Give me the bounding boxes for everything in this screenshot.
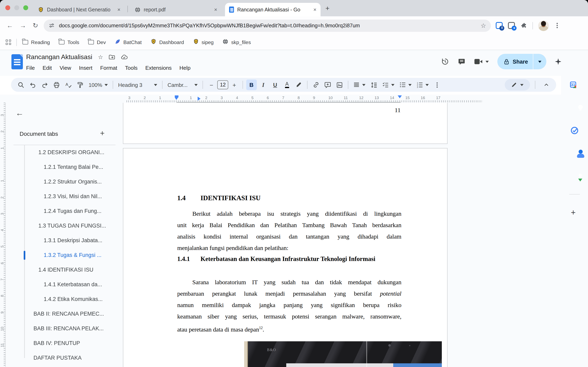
comments-icon[interactable] <box>458 58 466 66</box>
calendar-icon[interactable]: 31 <box>570 82 576 88</box>
gemini-icon[interactable] <box>555 58 562 65</box>
outline-item[interactable]: DAFTAR PUSTAKA <box>0 351 122 365</box>
tab-dashboard[interactable]: Dashboard | Next Generation × <box>34 3 125 16</box>
outline-item[interactable]: 1.4 IDENTIFIKASI ISU <box>0 263 122 277</box>
bulleted-list-select[interactable] <box>399 82 412 88</box>
text-line[interactable]: Berikut adalah beberapa isu strategis ya… <box>177 208 401 219</box>
outline-item[interactable]: 1.4.1 Keterbatasan da... <box>0 277 122 292</box>
paragraph-sarana[interactable]: Sarana laboratorium IT yang sudah tua da… <box>177 276 401 334</box>
increase-font-size-button[interactable]: + <box>229 80 240 90</box>
menu-format[interactable]: Format <box>100 65 117 71</box>
outline-item[interactable]: BAB III: RENCANA PELAK... <box>0 321 122 336</box>
page-previous[interactable]: 11 <box>123 103 448 144</box>
bookmark-item[interactable]: Tools <box>59 39 79 45</box>
forward-button[interactable]: → <box>20 22 26 29</box>
spellcheck-icon[interactable]: A <box>63 80 74 90</box>
text-line[interactable]: Sarana laboratorium IT yang sudah tua da… <box>177 276 401 288</box>
left-margin-marker[interactable] <box>175 95 178 98</box>
outline-item[interactable]: 1.3 TUGAS DAN FUNGSI... <box>0 218 122 233</box>
apps-grid-icon[interactable] <box>6 40 11 45</box>
more-options-icon[interactable] <box>432 80 443 90</box>
outline-item[interactable]: BAB IV: PENUTUP <box>0 336 122 351</box>
highlight-color-icon[interactable] <box>294 80 304 90</box>
text-line[interactable]: menjalankan fungsi pendidikan dan pelati… <box>177 242 401 254</box>
paint-format-icon[interactable] <box>75 80 86 90</box>
outline-item[interactable]: 1.2.1 Tentang Balai Pe... <box>0 160 122 175</box>
heading-1-4-1[interactable]: 1.4.1Keterbatasan dan Keusangan Infrastr… <box>177 255 375 263</box>
outline-item[interactable]: BAB II: RENCANA PEMEC... <box>0 307 122 321</box>
text-line[interactable]: namun memiliki dampak jangka panjang yan… <box>177 299 401 311</box>
editing-mode-select[interactable] <box>505 79 530 91</box>
text-color-button[interactable]: A <box>282 80 292 90</box>
menu-help[interactable]: Help <box>180 65 190 71</box>
reload-button[interactable]: ↻ <box>33 22 38 29</box>
move-folder-icon[interactable] <box>109 54 115 60</box>
close-icon[interactable]: × <box>117 7 121 12</box>
left-margin-triangle[interactable] <box>175 98 178 101</box>
text-line[interactable]: unit kerja Balai Pendidikan dan Pelatiha… <box>177 219 401 231</box>
address-bar[interactable]: docs.google.com/document/d/15ps6vyM2mme3… <box>44 19 491 32</box>
line-spacing-icon[interactable] <box>369 80 379 90</box>
text-line[interactable]: keamanan siber yang serius, termasuk pot… <box>177 311 401 322</box>
get-addons-button[interactable]: + <box>571 208 576 217</box>
numbered-list-select[interactable]: 123 <box>417 82 429 88</box>
bookmark-item[interactable]: Dashboard <box>151 39 184 46</box>
font-size-input[interactable]: 12 <box>217 80 228 89</box>
print-icon[interactable] <box>51 80 62 90</box>
hide-menus-icon[interactable] <box>541 80 552 90</box>
back-button[interactable]: ← <box>7 22 13 29</box>
search-menus-icon[interactable] <box>16 80 26 90</box>
bookmark-item[interactable]: BatChat <box>115 39 142 46</box>
styles-select[interactable]: Heading 3 <box>118 82 157 88</box>
inline-image-laptop[interactable]: B&O <box>244 341 442 367</box>
align-select[interactable] <box>354 82 366 88</box>
text-line[interactable]: analisis kondisi internal organisasi dan… <box>177 231 401 242</box>
menu-file[interactable]: File <box>26 65 35 71</box>
italic-button[interactable]: I <box>258 80 269 90</box>
font-select[interactable]: Cambr... <box>168 82 198 88</box>
menu-extensions[interactable]: Extensions <box>145 65 172 71</box>
text-line[interactable]: pembaruan perangkat lunak menjadi permas… <box>177 288 401 299</box>
menu-insert[interactable]: Insert <box>79 65 93 71</box>
window-zoom-button[interactable] <box>23 5 28 10</box>
decrease-font-size-button[interactable]: − <box>206 80 217 90</box>
menu-tools[interactable]: Tools <box>125 65 138 71</box>
bookmark-item[interactable]: Reading <box>22 39 50 45</box>
insert-image-icon[interactable] <box>334 80 345 90</box>
zoom-select[interactable]: 100% <box>89 82 108 88</box>
version-history-icon[interactable] <box>441 58 449 66</box>
paragraph-identifikasi[interactable]: Berikut adalah beberapa isu strategis ya… <box>177 208 401 254</box>
outline-item[interactable]: 1.2.2 Struktur Organis... <box>0 175 122 189</box>
tab-rancangan-aktualisasi[interactable]: Rancangan Aktualisasi - Goog × <box>225 3 320 16</box>
first-line-indent-marker[interactable] <box>198 97 203 101</box>
menu-view[interactable]: View <box>60 65 71 71</box>
undo-icon[interactable] <box>27 80 38 90</box>
bold-button[interactable]: B <box>246 80 257 90</box>
outline-item[interactable]: 1.2.4 Tugas dan Fung... <box>0 204 122 218</box>
page-current[interactable]: 1.4IDENTIFIKASI ISU Berikut adalah beber… <box>123 148 448 367</box>
close-icon[interactable]: × <box>313 7 316 12</box>
browser-profile-avatar[interactable] <box>538 20 549 31</box>
share-dropdown[interactable] <box>533 54 546 69</box>
site-settings-icon[interactable] <box>49 22 55 29</box>
text-line[interactable]: atau peretasan data di masa depan12. <box>177 322 401 334</box>
right-margin-marker[interactable] <box>398 95 402 100</box>
cloud-status-icon[interactable] <box>121 54 128 60</box>
outline-item[interactable]: 1.4.2 Etika Komunikas... <box>0 292 122 307</box>
checklist-select[interactable] <box>382 82 395 88</box>
tasks-icon[interactable] <box>570 126 579 135</box>
side-panel-icon[interactable]: ★ <box>508 22 515 29</box>
back-arrow-icon[interactable]: ← <box>16 108 24 118</box>
star-icon[interactable]: ☆ <box>98 54 103 60</box>
browser-menu-icon[interactable] <box>557 25 558 26</box>
outline-item[interactable]: 1.3.2 Tugas & Fungsi ... <box>0 248 122 263</box>
window-close-button[interactable] <box>5 5 10 10</box>
bookmark-item[interactable]: Dev <box>88 39 106 45</box>
redo-icon[interactable] <box>39 80 50 90</box>
tab-counter-icon[interactable]: 8 <box>496 22 503 29</box>
heading-1-4[interactable]: 1.4IDENTIFIKASI ISU <box>177 194 260 202</box>
docs-logo-icon[interactable] <box>11 54 23 69</box>
tab-report-pdf[interactable]: report.pdf × <box>131 3 221 16</box>
menu-edit[interactable]: Edit <box>43 65 52 71</box>
extensions-icon[interactable] <box>520 22 527 29</box>
